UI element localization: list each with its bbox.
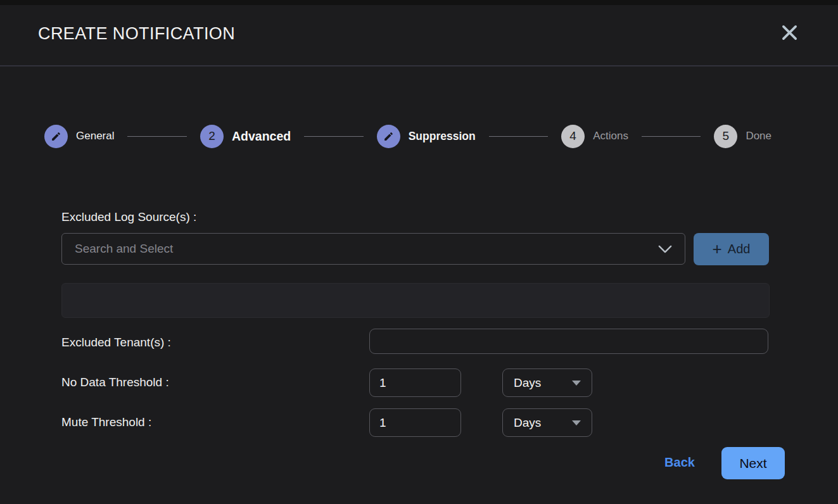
step-advanced-circle: 2 (200, 125, 224, 148)
step-actions-number: 4 (569, 129, 576, 143)
step-actions-circle: 4 (561, 125, 585, 148)
step-general-label: General (76, 130, 114, 142)
mute-threshold-unit-value: Days (514, 416, 541, 430)
step-suppression-label: Suppression (409, 130, 476, 143)
step-advanced-label: Advanced (232, 129, 291, 144)
excluded-tenants-input[interactable] (369, 329, 768, 354)
step-general[interactable]: General (44, 125, 114, 148)
step-general-circle (44, 125, 68, 148)
step-connector (642, 136, 701, 137)
next-button[interactable]: Next (721, 447, 785, 479)
step-done-number: 5 (723, 129, 730, 143)
step-done-label: Done (746, 130, 771, 142)
excluded-tenants-label: Excluded Tenant(s) : (61, 336, 171, 350)
chevron-down-icon (658, 245, 672, 253)
step-advanced-number: 2 (208, 129, 215, 143)
wizard-stepper: General 2 Advanced Suppression 4 Actions… (44, 124, 771, 148)
plus-icon: + (713, 241, 722, 257)
add-button-label: Add (728, 242, 751, 256)
step-connector (304, 136, 363, 137)
excluded-log-sources-select[interactable]: Search and Select (61, 233, 685, 265)
dropdown-arrow-icon (572, 420, 581, 425)
step-done[interactable]: 5 Done (714, 125, 771, 148)
window-top-edge (0, 0, 838, 5)
step-done-circle: 5 (714, 125, 737, 148)
pencil-icon (51, 131, 61, 142)
step-suppression-circle (377, 125, 400, 148)
back-button[interactable]: Back (651, 455, 708, 470)
mute-threshold-unit-select[interactable]: Days (502, 408, 592, 437)
step-actions-label: Actions (593, 130, 628, 142)
no-data-threshold-value-input[interactable] (369, 369, 461, 397)
step-suppression[interactable]: Suppression (377, 125, 476, 148)
no-data-threshold-unit-value: Days (514, 376, 541, 390)
excluded-log-sources-selected-panel (61, 283, 770, 318)
close-icon (779, 22, 800, 43)
header-divider (0, 65, 838, 66)
mute-threshold-value-input[interactable] (369, 408, 461, 437)
dropdown-arrow-icon (572, 381, 581, 386)
step-connector (489, 136, 548, 137)
mute-threshold-label: Mute Threshold : (61, 415, 151, 429)
excluded-log-sources-label: Excluded Log Source(s) : (61, 210, 196, 224)
excluded-log-sources-placeholder: Search and Select (75, 242, 658, 256)
step-advanced[interactable]: 2 Advanced (200, 125, 291, 148)
no-data-threshold-unit-select[interactable]: Days (502, 369, 592, 397)
pencil-icon (383, 131, 394, 142)
step-connector (127, 136, 186, 137)
dialog-title: CREATE NOTIFICATION (38, 24, 235, 44)
no-data-threshold-label: No Data Threshold : (61, 375, 169, 389)
close-button[interactable] (777, 20, 802, 45)
step-actions[interactable]: 4 Actions (561, 125, 628, 148)
add-button[interactable]: + Add (694, 233, 769, 265)
